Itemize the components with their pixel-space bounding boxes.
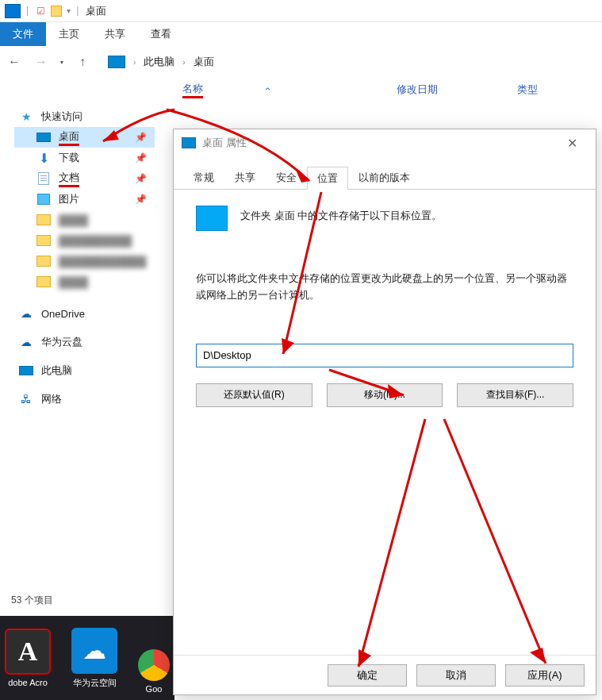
taskbar-item-adobe[interactable]: A dobe Acro: [5, 629, 51, 687]
nav-row: ← → ▾ ↑ › 此电脑 › 桌面: [0, 46, 602, 78]
folder-icon: [36, 256, 51, 267]
ribbon: 文件 主页 共享 查看: [0, 22, 602, 46]
ribbon-tab-share[interactable]: 共享: [92, 22, 138, 46]
monitor-icon: [108, 56, 125, 68]
up-button[interactable]: ↑: [79, 55, 92, 69]
star-icon: ★: [19, 110, 33, 123]
sidebar-item-label: 图片: [59, 192, 79, 206]
sidebar-item-label: 文档: [59, 171, 79, 187]
tab-security[interactable]: 安全: [266, 166, 307, 189]
cloud-icon: ☁: [19, 336, 33, 348]
cancel-button[interactable]: 取消: [416, 664, 496, 687]
col-type[interactable]: 类型: [509, 83, 546, 97]
ribbon-tab-home[interactable]: 主页: [46, 22, 92, 46]
restore-default-button[interactable]: 还原默认值(R): [196, 383, 313, 407]
document-icon: [38, 172, 49, 185]
picture-icon: [37, 194, 50, 205]
cloud-icon: ☁: [19, 307, 33, 320]
ribbon-tab-view[interactable]: 查看: [138, 22, 184, 46]
sidebar-item-label: OneDrive: [41, 308, 85, 320]
sidebar-item-label: 网络: [41, 392, 62, 406]
ribbon-tab-file[interactable]: 文件: [0, 22, 46, 46]
titlebar-sep: │: [25, 6, 30, 15]
taskbar-item-chrome[interactable]: Goo: [138, 649, 170, 694]
history-dropdown-icon[interactable]: ▾: [60, 59, 68, 66]
forward-button[interactable]: →: [33, 54, 49, 70]
window-titlebar: │ ☑ ▾ │ 桌面: [0, 0, 602, 22]
sidebar-item-folder[interactable]: ████: [14, 210, 155, 230]
folder-icon: [36, 235, 51, 246]
sidebar-item-downloads[interactable]: ⬇ 下载 📌: [14, 148, 155, 168]
monitor-icon: [36, 133, 51, 142]
address-bar[interactable]: › 此电脑 › 桌面: [103, 51, 596, 73]
back-button[interactable]: ←: [6, 54, 22, 70]
pin-icon: 📌: [135, 132, 147, 143]
sidebar-item-quickaccess[interactable]: ★ 快速访问: [14, 106, 155, 127]
folder-icon: [36, 214, 51, 225]
sidebar-item-network[interactable]: 🖧 网络: [14, 389, 155, 410]
pin-icon: 📌: [135, 173, 147, 184]
sidebar-item-label: 此电脑: [41, 363, 72, 378]
breadcrumb-pc[interactable]: 此电脑: [144, 55, 174, 69]
desktop-icon: [196, 206, 228, 231]
dialog-tabs: 常规 共享 安全 位置 以前的版本: [174, 166, 596, 190]
tab-location[interactable]: 位置: [307, 167, 348, 190]
sidebar-item-desktop[interactable]: 桌面 📌: [14, 127, 155, 148]
sidebar-item-label: 下载: [59, 151, 79, 165]
sidebar: ★ 快速访问 桌面 📌 ⬇ 下载 📌 文档 📌 图片 📌 ████ ██████…: [0, 102, 155, 700]
folder-icon: [51, 6, 62, 17]
dialog-title: 桌面 属性: [202, 136, 247, 150]
titlebar-sep-2: │: [75, 6, 80, 15]
column-headers: 名称 修改日期 类型: [0, 78, 602, 102]
breadcrumb-desktop[interactable]: 桌面: [194, 55, 214, 69]
chevron-right-icon: ›: [182, 58, 185, 67]
item-count: 53 个项目: [11, 594, 53, 606]
location-path-input[interactable]: [196, 344, 573, 367]
checkbox-icon[interactable]: ☑: [35, 6, 46, 17]
monitor-icon: [19, 366, 33, 375]
taskbar: A dobe Acro ☁ 华为云空间 Goo: [0, 616, 174, 700]
pin-icon: 📌: [135, 152, 147, 163]
status-bar: 53 个项目: [0, 590, 64, 610]
sidebar-item-label: 桌面: [59, 129, 79, 146]
network-icon: 🖧: [19, 393, 33, 406]
location-heading: 文件夹 桌面 中的文件存储于以下目标位置。: [240, 206, 442, 223]
dialog-body: 文件夹 桌面 中的文件存储于以下目标位置。 你可以将此文件夹中文件存储的位置更改…: [174, 190, 596, 655]
find-target-button[interactable]: 查找目标(F)...: [457, 383, 573, 407]
sidebar-item-documents[interactable]: 文档 📌: [14, 168, 155, 189]
cloud-icon: ☁: [71, 628, 117, 674]
properties-dialog: 桌面 属性 ✕ 常规 共享 安全 位置 以前的版本 文件夹 桌面 中的文件存储于…: [173, 129, 596, 695]
sidebar-item-folder[interactable]: ████████████: [14, 251, 155, 271]
app-icon: [5, 4, 21, 18]
tab-general[interactable]: 常规: [183, 166, 224, 189]
ok-button[interactable]: 确定: [328, 664, 407, 687]
tab-share[interactable]: 共享: [224, 166, 266, 189]
location-description: 你可以将此文件夹中文件存储的位置更改为此硬盘上的另一个位置、另一个驱动器或网络上…: [196, 271, 573, 304]
chevron-right-icon: ›: [133, 58, 136, 67]
chrome-icon: [138, 649, 170, 681]
sidebar-item-folder[interactable]: ████: [14, 271, 155, 292]
download-icon: ⬇: [36, 152, 51, 164]
sidebar-item-folder[interactable]: ██████████: [14, 230, 155, 251]
apply-button[interactable]: 应用(A): [505, 664, 585, 687]
tab-previous[interactable]: 以前的版本: [348, 166, 420, 189]
dialog-titlebar[interactable]: 桌面 属性 ✕: [174, 129, 596, 156]
move-button[interactable]: 移动(M)...: [327, 383, 443, 407]
sidebar-item-pictures[interactable]: 图片 📌: [14, 189, 155, 210]
dialog-footer: 确定 取消 应用(A): [174, 655, 596, 694]
qa-dropdown-icon[interactable]: ▾: [67, 6, 71, 15]
close-button[interactable]: ✕: [556, 136, 588, 151]
window-title: 桌面: [86, 4, 106, 18]
sidebar-item-label: 快速访问: [41, 110, 82, 124]
sidebar-item-onedrive[interactable]: ☁ OneDrive: [14, 303, 155, 324]
sidebar-item-thispc[interactable]: 此电脑: [14, 360, 155, 381]
pin-icon: 📌: [135, 194, 147, 205]
taskbar-item-hwcloud[interactable]: ☁ 华为云空间: [71, 628, 117, 689]
folder-icon: [36, 276, 51, 287]
col-modified[interactable]: 修改日期: [389, 83, 446, 97]
adobe-icon: A: [5, 629, 51, 675]
col-name[interactable]: 名称: [174, 82, 278, 98]
sidebar-item-hwcloud[interactable]: ☁ 华为云盘: [14, 332, 155, 352]
sidebar-item-label: 华为云盘: [41, 335, 82, 349]
monitor-icon: [182, 137, 196, 148]
